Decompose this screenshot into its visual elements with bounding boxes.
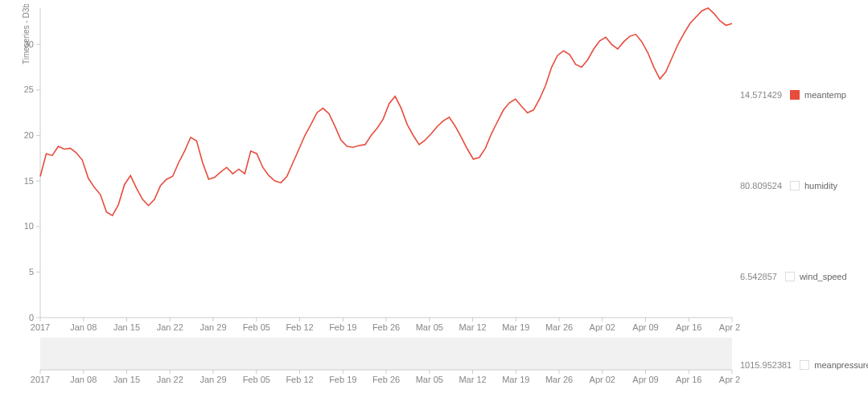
svg-text:Mar 19: Mar 19 bbox=[502, 322, 529, 332]
svg-text:Feb 26: Feb 26 bbox=[372, 322, 400, 332]
legend-item-meanpressure[interactable]: 1015.952381 meanpressure bbox=[740, 360, 868, 370]
svg-text:15: 15 bbox=[24, 176, 34, 186]
svg-text:Jan 08: Jan 08 bbox=[70, 322, 97, 332]
svg-text:Jan 08: Jan 08 bbox=[70, 375, 97, 384]
svg-text:Apr 02: Apr 02 bbox=[590, 375, 615, 384]
y-axis-caption: Timeseries - D3blocks bbox=[22, 4, 31, 64]
legend-label: meantemp bbox=[804, 90, 846, 100]
swatch-icon bbox=[785, 272, 795, 281]
legend: 14.571429 meantemp 80.809524 humidity 6.… bbox=[740, 0, 868, 370]
main-chart[interactable]: Timeseries - D3blocks 051015202530 2017J… bbox=[16, 4, 740, 334]
svg-text:10: 10 bbox=[24, 221, 34, 231]
svg-text:Mar 05: Mar 05 bbox=[416, 322, 443, 332]
svg-text:Jan 15: Jan 15 bbox=[113, 375, 140, 384]
svg-text:Feb 19: Feb 19 bbox=[329, 322, 356, 332]
legend-item-humidity[interactable]: 80.809524 humidity bbox=[740, 181, 837, 191]
svg-text:Apr 23: Apr 23 bbox=[719, 375, 740, 384]
svg-text:Mar 26: Mar 26 bbox=[545, 375, 573, 384]
svg-text:Feb 19: Feb 19 bbox=[329, 375, 356, 384]
svg-text:Jan 22: Jan 22 bbox=[157, 375, 183, 384]
svg-text:Apr 16: Apr 16 bbox=[676, 375, 701, 384]
svg-text:Mar 05: Mar 05 bbox=[416, 375, 443, 384]
legend-label: meanpressure bbox=[814, 360, 868, 370]
svg-text:0: 0 bbox=[29, 313, 34, 322]
svg-text:Mar 12: Mar 12 bbox=[459, 322, 486, 332]
svg-text:Feb 05: Feb 05 bbox=[243, 375, 270, 384]
legend-value: 1015.952381 bbox=[740, 360, 792, 370]
svg-text:Mar 19: Mar 19 bbox=[502, 375, 529, 384]
svg-text:20: 20 bbox=[24, 130, 34, 140]
svg-text:25: 25 bbox=[24, 84, 34, 94]
svg-text:30: 30 bbox=[24, 39, 34, 49]
swatch-icon bbox=[790, 90, 800, 100]
svg-text:Jan 22: Jan 22 bbox=[157, 322, 183, 332]
legend-label: wind_speed bbox=[800, 272, 847, 281]
svg-text:Mar 26: Mar 26 bbox=[545, 322, 573, 332]
svg-text:Feb 05: Feb 05 bbox=[243, 322, 270, 332]
svg-text:2017: 2017 bbox=[31, 375, 50, 384]
svg-text:2017: 2017 bbox=[31, 322, 50, 332]
svg-text:Apr 16: Apr 16 bbox=[676, 322, 701, 332]
svg-text:Mar 12: Mar 12 bbox=[459, 375, 486, 384]
svg-text:Feb 26: Feb 26 bbox=[372, 375, 400, 384]
swatch-icon bbox=[790, 181, 800, 191]
x-axis: 2017Jan 08Jan 15Jan 22Jan 29Feb 05Feb 12… bbox=[31, 318, 740, 332]
svg-text:Jan 15: Jan 15 bbox=[113, 322, 140, 332]
legend-value: 80.809524 bbox=[740, 181, 782, 191]
svg-text:Feb 12: Feb 12 bbox=[286, 322, 313, 332]
brush-area[interactable] bbox=[40, 338, 732, 370]
legend-value: 14.571429 bbox=[740, 90, 782, 100]
svg-text:Apr 09: Apr 09 bbox=[632, 375, 658, 384]
svg-text:5: 5 bbox=[29, 267, 34, 277]
legend-item-meantemp[interactable]: 14.571429 meantemp bbox=[740, 90, 846, 100]
legend-value: 6.542857 bbox=[740, 272, 777, 281]
svg-text:Jan 29: Jan 29 bbox=[200, 375, 226, 384]
series-meantemp bbox=[40, 8, 732, 215]
svg-text:Apr 02: Apr 02 bbox=[590, 322, 615, 332]
swatch-icon bbox=[800, 360, 809, 370]
svg-text:Feb 12: Feb 12 bbox=[286, 375, 313, 384]
svg-text:Apr 23: Apr 23 bbox=[719, 322, 740, 332]
brush-chart[interactable]: 2017Jan 08Jan 15Jan 22Jan 29Feb 05Feb 12… bbox=[16, 338, 740, 394]
legend-label: humidity bbox=[804, 181, 837, 191]
svg-text:Jan 29: Jan 29 bbox=[200, 322, 226, 332]
svg-text:Apr 09: Apr 09 bbox=[632, 322, 658, 332]
legend-item-wind_speed[interactable]: 6.542857 wind_speed bbox=[740, 272, 847, 281]
brush-x-axis: 2017Jan 08Jan 15Jan 22Jan 29Feb 05Feb 12… bbox=[31, 370, 740, 384]
